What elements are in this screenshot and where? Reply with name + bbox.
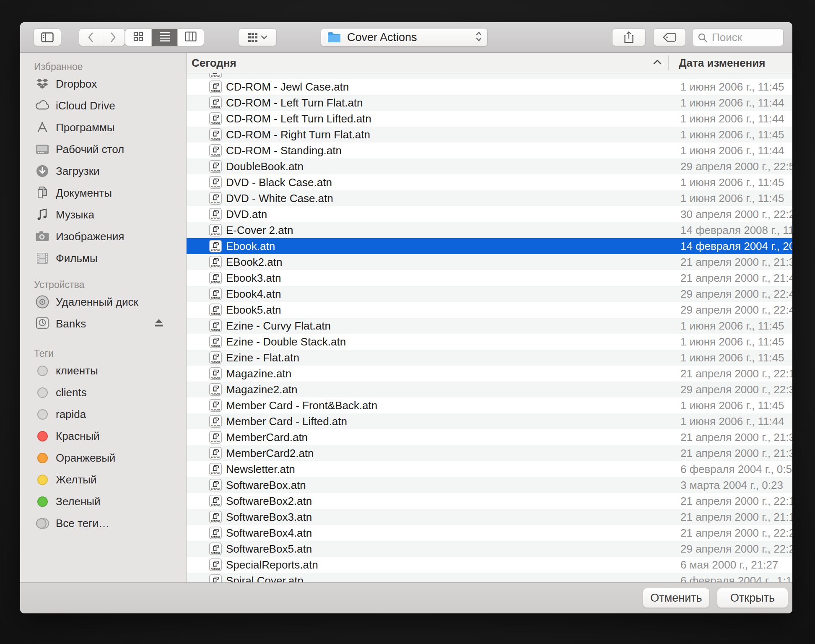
file-name: CD-ROM - Standing.atn [226, 144, 342, 157]
sidebar-item-документы[interactable]: Документы [20, 182, 186, 204]
file-date-modified: 14 февраля 2008 г., 11:3 [680, 224, 792, 237]
sidebar-item-label: rapida [56, 408, 86, 421]
search-field[interactable] [692, 29, 784, 46]
icon-view-button[interactable] [125, 29, 152, 46]
open-button[interactable]: Открыть [717, 588, 788, 608]
sidebar-toggle-button[interactable] [34, 29, 61, 46]
svg-text:ACTIONS: ACTIONS [211, 361, 221, 363]
atn-action-file-icon: ACTIONS [209, 415, 222, 428]
file-row[interactable]: ACTIONSCD-ROM - Left Turn Lifted.atn1 ию… [187, 111, 792, 127]
file-row[interactable]: ACTIONSSpecialReports.atn6 мая 2000 г., … [187, 557, 792, 573]
file-row[interactable]: ACTIONSSoftwareBox2.atn21 апреля 2000 г.… [187, 493, 792, 509]
file-row[interactable]: ACTIONSDVD - Black Case.atn1 июня 2006 г… [187, 174, 792, 190]
sidebar-item-label: Оранжевый [56, 452, 115, 465]
cancel-button[interactable]: Отменить [643, 588, 710, 608]
file-row[interactable]: ACTIONSSoftwareBox5.atn29 апреля 2000 г.… [187, 541, 792, 557]
eject-icon[interactable] [153, 318, 164, 330]
view-switcher [125, 29, 204, 46]
file-row[interactable]: ACTIONSSoftwareBox.atn3 марта 2004 г., 0… [187, 477, 792, 493]
file-row[interactable]: ACTIONSEbook.atn14 февраля 2004 г., 20: [187, 238, 792, 254]
sidebar-item-banks[interactable]: Banks [20, 313, 186, 335]
search-input[interactable] [693, 29, 783, 46]
file-row[interactable]: ACTIONSEbook5.atn29 апреля 2000 г., 22:4 [187, 302, 792, 318]
list-column-header[interactable]: Сегодня Дата изменения [187, 53, 792, 73]
file-row[interactable]: ACTIONSMemberCard2.atn21 апреля 2000 г.,… [187, 445, 792, 461]
group-header-label: Сегодня [192, 57, 236, 70]
current-folder-dropdown[interactable]: Cover Actions [321, 28, 488, 47]
tags-button[interactable] [653, 29, 686, 46]
desktop-icon [35, 142, 50, 157]
file-row[interactable]: ACTIONSMemberCard.atn21 апреля 2000 г., … [187, 429, 792, 445]
column-view-button[interactable] [178, 29, 204, 46]
file-row[interactable]: ACTIONSE-Cover 2.atn14 февраля 2008 г., … [187, 222, 792, 238]
downloads-icon [35, 164, 50, 179]
file-row[interactable]: ACTIONSCD-ROM - Left Turn Flat.atn1 июня… [187, 95, 792, 111]
file-row[interactable]: ACTIONSCD-ROM - Standing.atn1 июня 2006 … [187, 143, 792, 158]
svg-text:ACTIONS: ACTIONS [211, 536, 221, 538]
atn-action-file-icon: ACTIONS [209, 367, 222, 380]
file-row[interactable]: ACTIONSDoubleBook.atn29 апреля 2000 г., … [187, 158, 792, 174]
file-row[interactable]: ACTIONSMember Card - Front&Back.atn1 июн… [187, 397, 792, 413]
sidebar-item-изображения[interactable]: Изображения [20, 226, 186, 247]
svg-text:ACTIONS: ACTIONS [211, 329, 221, 331]
sidebar-item-оранжевый[interactable]: Оранжевый [20, 447, 186, 469]
tag-circle-icon [35, 450, 50, 465]
file-row[interactable]: ACTIONSEzine - Curvy Flat.atn1 июня 2006… [187, 318, 792, 334]
atn-action-file-icon: ACTIONS [209, 288, 222, 300]
sidebar-item-icloud-drive[interactable]: iCloud Drive [20, 95, 186, 117]
atn-action-file-icon: ACTIONS [209, 128, 222, 141]
file-row[interactable]: ACTIONSDVD.atn30 апреля 2000 г., 22:2 [187, 206, 792, 222]
sidebar-item-зеленый[interactable]: Зеленый [20, 491, 186, 512]
share-button[interactable] [612, 29, 646, 46]
file-date-modified: 1 июня 2006 г., 11:44 [680, 96, 784, 109]
file-row[interactable]: ACTIONSNewsletter.atn6 февраля 2004 г., … [187, 461, 792, 477]
sidebar-item-клиенты[interactable]: клиенты [20, 360, 186, 382]
file-name: Member Card - Lifted.atn [226, 415, 347, 428]
group-by-button[interactable] [238, 29, 277, 46]
sidebar-item-рабочий-стол[interactable]: Рабочий стол [20, 138, 186, 160]
svg-text:ACTIONS: ACTIONS [211, 201, 221, 204]
date-column-header[interactable]: Дата изменения [679, 57, 765, 70]
sidebar-item-rapida[interactable]: rapida [20, 403, 186, 425]
file-row[interactable]: ACTIONSCD-ROM - Jewl Case.atn1 июня 2006… [187, 79, 792, 95]
atn-action-file-icon: ACTIONS [209, 192, 222, 205]
file-row[interactable]: ACTIONSEBook2.atn21 апреля 2000 г., 21:3… [187, 254, 792, 270]
file-row[interactable]: ACTIONSEbook4.atn29 апреля 2000 г., 22:4 [187, 286, 792, 302]
file-row[interactable]: ACTIONSMagazine.atn21 апреля 2000 г., 22… [187, 366, 792, 382]
file-row[interactable]: ACTIONSMagazine2.atn29 апреля 2000 г., 2… [187, 382, 792, 397]
file-name: CD-ROM - Right Turn Flat.atn [226, 128, 370, 141]
tag-circle-icon [35, 385, 50, 400]
file-row[interactable]: ACTIONSSoftwareBox4.atn21 апреля 2000 г.… [187, 525, 792, 541]
sidebar-item-программы[interactable]: Программы [20, 117, 186, 138]
file-row[interactable]: ACTIONSCD-ROM - Right Turn Flat.atn1 июн… [187, 127, 792, 143]
sidebar-item-clients[interactable]: clients [20, 382, 186, 403]
list-view-button[interactable] [152, 29, 178, 46]
back-button[interactable] [79, 29, 102, 46]
sidebar-item-загрузки[interactable]: Загрузки [20, 160, 186, 182]
sidebar-item-dropbox[interactable]: Dropbox [20, 73, 186, 95]
sidebar-item-все-теги-[interactable]: Все теги… [20, 512, 186, 534]
sidebar-item-удаленный-диск[interactable]: Удаленный диск [20, 291, 186, 313]
forward-button[interactable] [102, 29, 125, 46]
file-row[interactable]: ACTIONSDVD - White Case.atn1 июня 2006 г… [187, 190, 792, 206]
remote-disc-icon [35, 294, 50, 309]
atn-action-file-icon: ACTIONS [209, 431, 222, 444]
sidebar-item-красный[interactable]: Красный [20, 425, 186, 447]
file-date-modified: 21 апреля 2000 г., 21:39 [680, 256, 792, 269]
atn-action-file-icon: ACTIONS [209, 304, 222, 316]
sidebar-item-фильмы[interactable]: Фильмы [20, 247, 186, 269]
file-date-modified: 6 февраля 2004 г., 0:51 [680, 463, 792, 476]
file-row[interactable]: ACTIONSEbook3.atn21 апреля 2000 г., 21:4… [187, 270, 792, 286]
file-row[interactable]: ACTIONSSoftwareBox3.atn21 апреля 2000 г.… [187, 509, 792, 525]
sidebar-item-музыка[interactable]: Музыка [20, 204, 186, 226]
file-list[interactable]: ACTIONS ACTIONSCD-ROM - Jewl Case.atn1 и… [187, 73, 792, 582]
file-row[interactable]: ACTIONSEzine - Flat.atn1 июня 2006 г., 1… [187, 350, 792, 366]
file-row[interactable]: ACTIONSMember Card - Lifted.atn1 июня 20… [187, 413, 792, 429]
file-row[interactable]: ACTIONSSpiral Cover.atn6 февраля 2004 г.… [187, 573, 792, 582]
sidebar-item-label: Документы [56, 187, 112, 200]
svg-text:ACTIONS: ACTIONS [211, 106, 221, 108]
sidebar-item-желтый[interactable]: Желтый [20, 469, 186, 491]
sidebar-item-label: iCloud Drive [56, 99, 115, 112]
atn-action-file-icon: ACTIONS [209, 319, 222, 332]
file-row[interactable]: ACTIONSEzine - Double Stack.atn1 июня 20… [187, 334, 792, 350]
